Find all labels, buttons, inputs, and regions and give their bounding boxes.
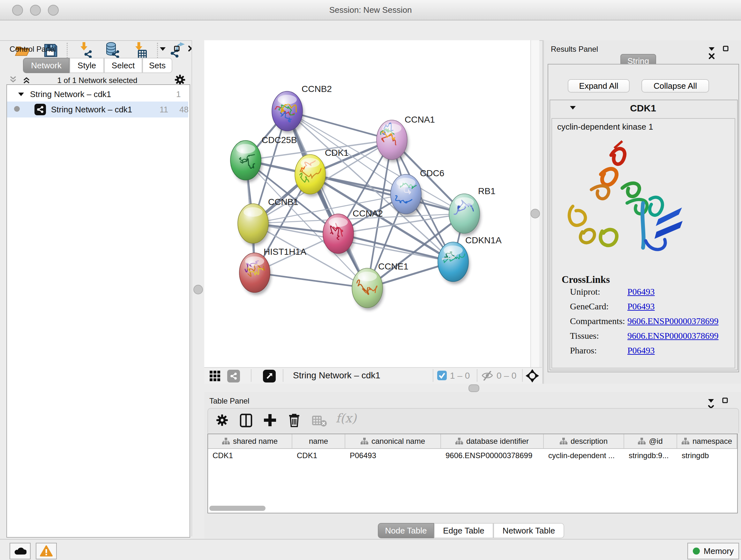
node-label: RB1 (478, 186, 495, 196)
import-network-from-database-icon[interactable] (104, 42, 121, 59)
toolbar-separator (67, 43, 68, 58)
node-label: CCNB2 (301, 84, 332, 94)
node-label: CCNA1 (405, 115, 435, 125)
tab-style[interactable]: Style (70, 58, 104, 73)
splitter-handle[interactable] (193, 285, 203, 294)
tree-expand-caret-icon[interactable] (18, 92, 24, 97)
table-cell[interactable]: stringdb (677, 449, 737, 462)
network-edge-count: 48 (179, 105, 189, 115)
network-view-toolbar: String Network – cdk1 1 – 0 0 – 0 (204, 367, 542, 384)
node-label: HIST1H1A (264, 247, 307, 257)
network-vertical-scrollbar[interactable] (530, 40, 539, 367)
main-toolbar: ? (0, 20, 741, 41)
selected-nodes-checkbox[interactable] (437, 371, 447, 380)
panel-menu-caret-icon[interactable] (159, 47, 166, 52)
panel-menu-caret-icon[interactable] (708, 398, 715, 403)
hidden-items-eye-slash-icon (481, 371, 494, 381)
table-settings-gear-icon[interactable] (216, 414, 229, 427)
table-cell[interactable]: 9606.ENSP00000378699 (441, 449, 544, 462)
panel-float-icon[interactable] (174, 45, 181, 52)
column-header-description[interactable]: description (544, 434, 624, 448)
column-tree-icon (638, 438, 646, 445)
grid-view-icon[interactable] (209, 370, 221, 382)
crosslink-row: Uniprot:P06493 (570, 287, 733, 301)
tab-network[interactable]: Network (23, 58, 70, 73)
function-builder-icon-disabled: f(x) (336, 411, 356, 425)
selected-count: 1 – 0 (450, 371, 470, 381)
crosslink-link[interactable]: P06493 (627, 346, 655, 356)
expand-all-button[interactable]: Expand All (568, 79, 630, 92)
fit-selected-crosshair-icon[interactable] (525, 369, 539, 383)
column-header-name[interactable]: name (292, 434, 345, 448)
network-node-count: 11 (159, 105, 168, 115)
panel-float-icon[interactable] (723, 45, 730, 52)
network-tree: String Network – cdk1 1 String Network –… (6, 84, 190, 538)
panel-menu-caret-icon[interactable] (709, 47, 716, 52)
crosslink-link[interactable]: P06493 (627, 287, 655, 297)
tab-network-table[interactable]: Network Table (493, 523, 564, 538)
node-label: CDC6 (420, 168, 444, 178)
column-header-database-identifier[interactable]: database identifier (441, 434, 544, 448)
control-panel-title: Control Panel (10, 45, 56, 54)
node-label: CCNE1 (378, 261, 408, 271)
column-header-namespace[interactable]: namespace (677, 434, 737, 448)
toolbar-separator (283, 369, 283, 382)
table-cell[interactable]: P06493 (345, 449, 441, 462)
node-label: CDC25B (262, 135, 297, 145)
node-table: shared namenamecanonical namedatabase id… (207, 434, 738, 513)
memory-label: Memory (704, 546, 734, 556)
network-collection-row[interactable]: String Network – cdk1 1 (7, 87, 188, 102)
show-columns-icon[interactable] (239, 413, 253, 428)
scrollbar-handle[interactable] (530, 209, 540, 219)
warning-status-button[interactable] (36, 543, 57, 559)
birdseye-view-icon[interactable] (263, 370, 276, 382)
crosslink-link[interactable]: P06493 (627, 301, 655, 312)
column-header-canonical-name[interactable]: canonical name (345, 434, 441, 448)
network-label: String Network – cdk1 (51, 105, 132, 115)
delete-columns-icon[interactable] (287, 413, 301, 428)
tab-sets[interactable]: Sets (142, 58, 172, 73)
table-row[interactable]: CDK1CDK1P064939606.ENSP00000378699cyclin… (208, 449, 737, 462)
tab-node-table[interactable]: Node Table (378, 523, 434, 538)
panel-float-icon[interactable] (722, 397, 729, 403)
collapse-all-networks-icon[interactable] (10, 76, 17, 85)
application-window: Session: New Session (0, 0, 741, 560)
table-horizontal-scrollbar[interactable] (209, 506, 266, 511)
column-header-shared-name[interactable]: shared name (208, 434, 292, 448)
table-cell[interactable]: CDK1 (292, 449, 345, 462)
tab-select[interactable]: Select (104, 58, 142, 73)
create-column-icon[interactable] (263, 413, 277, 427)
crosslink-label: Tissues: (570, 331, 599, 341)
crosslink-label: Uniprot: (570, 287, 600, 297)
node-label: CDKN1A (465, 235, 502, 245)
splitter-handle[interactable] (468, 384, 479, 392)
memory-button[interactable]: Memory (687, 543, 739, 559)
node-label: CCNA2 (353, 208, 383, 219)
panel-splitter-left[interactable] (192, 40, 205, 537)
tab-edge-table[interactable]: Edge Table (434, 523, 493, 538)
expand-all-networks-icon[interactable] (22, 76, 30, 85)
column-header-@id[interactable]: @id (624, 434, 677, 448)
string-view-icon[interactable] (227, 370, 240, 382)
node-label: CCNB1 (268, 197, 298, 207)
import-table-from-file-icon[interactable] (131, 42, 149, 59)
import-network-from-file-icon[interactable] (77, 42, 95, 59)
memory-status-dot (693, 548, 700, 555)
column-tree-icon (222, 438, 230, 445)
crosslink-link[interactable]: 9606.ENSP00000378699 (627, 331, 718, 341)
table-cell[interactable]: CDK1 (208, 449, 292, 462)
title-bar: Session: New Session (0, 0, 741, 20)
crosslink-link[interactable]: 9606.ENSP00000378699 (627, 316, 718, 326)
network-row-selected[interactable]: String Network – cdk1 11 48 (7, 102, 188, 118)
network-view-canvas[interactable]: CCNB2CCNA1CDC25BCDK1CDC6RB1CCNB1CCNA2CDK… (204, 40, 530, 367)
window-title: Session: New Session (0, 5, 741, 15)
collapse-all-button[interactable]: Collapse All (642, 79, 709, 92)
table-cell[interactable]: cyclin-dependent ... (544, 449, 624, 462)
panel-splitter-horizontal[interactable] (204, 384, 741, 392)
network-view-title: String Network – cdk1 (293, 370, 381, 381)
crosslink-label: Compartments: (570, 316, 625, 326)
panel-close-icon[interactable] (709, 53, 716, 59)
table-cell[interactable]: stringdb:9... (624, 449, 677, 462)
status-bar (0, 539, 741, 560)
cloud-status-button[interactable] (10, 543, 30, 559)
